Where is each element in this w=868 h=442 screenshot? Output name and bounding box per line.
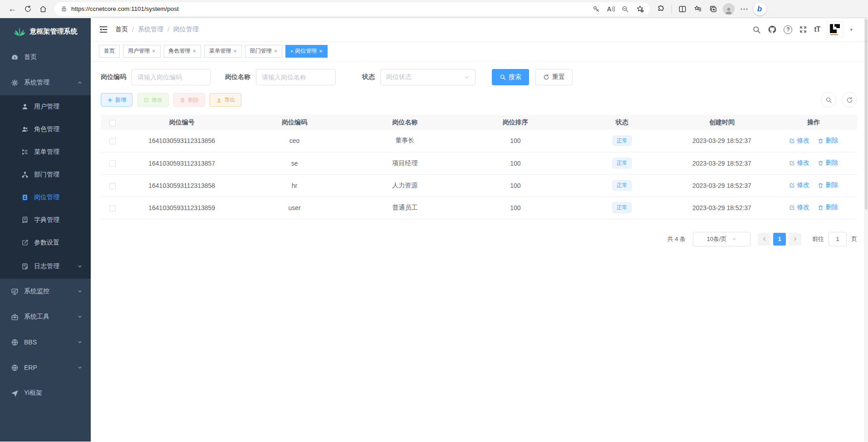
edit-button[interactable]: 修改 [137,93,169,107]
collections-icon[interactable] [690,2,706,16]
sidebar-item-dict-management[interactable]: 字典管理 [0,209,91,231]
sidebar-item-yi-framework[interactable]: Yi框架 [0,380,91,406]
browser-profile-avatar[interactable] [721,2,736,16]
post-code-input[interactable] [132,69,211,85]
column-post-id: 岗位编号 [124,115,239,130]
home-icon[interactable] [35,2,51,16]
sidebar-label: 岗位管理 [34,193,59,201]
status-select[interactable]: 岗位状态 [380,69,476,85]
tab-actions-icon[interactable] [706,2,721,16]
extensions-icon[interactable] [653,2,669,16]
zoom-out-icon[interactable] [618,3,633,15]
select-all-checkbox[interactable] [109,120,116,126]
breadcrumb-home[interactable]: 首页 [115,25,128,34]
row-checkbox[interactable] [109,138,116,144]
edit-link-label: 修改 [797,137,809,145]
app-logo: 意框架管理系统 [0,18,91,44]
row-edit-link[interactable]: 修改 [789,137,809,145]
edit-button-label: 修改 [152,96,162,104]
tab-label: 首页 [104,47,115,55]
sidebar-item-system-management[interactable]: 系统管理 [0,70,91,95]
url-text[interactable]: https://ccnetcore.com:1101/system/post [71,5,589,12]
tab-post-management[interactable]: ● 岗位管理 × [285,45,327,58]
sidebar-item-menu-management[interactable]: 菜单管理 [0,141,91,163]
goto-page-input[interactable] [829,232,847,246]
row-edit-link[interactable]: 修改 [789,203,809,211]
row-delete-link[interactable]: 删除 [818,159,838,167]
cell-created-time: 2023-03-29 18:52:37 [673,196,770,219]
tab-label: 岗位管理 [295,47,317,55]
prev-page-button[interactable] [758,233,770,246]
search-button[interactable]: 搜索 [492,69,529,85]
app-title: 意框架管理系统 [30,27,78,36]
toggle-search-button[interactable] [821,92,836,108]
reset-button-label: 重置 [552,73,565,81]
reset-button[interactable]: 重置 [535,69,573,85]
sidebar-item-role-management[interactable]: 角色管理 [0,118,91,141]
row-delete-link[interactable]: 删除 [818,181,838,189]
fullscreen-icon[interactable] [799,25,807,34]
address-bar[interactable]: https://ccnetcore.com:1101/system/post A [54,2,650,16]
row-edit-link[interactable]: 修改 [789,181,809,189]
github-icon[interactable] [768,25,777,34]
row-edit-link[interactable]: 修改 [789,159,809,167]
sidebar-item-post-management[interactable]: 岗位管理 [0,186,91,209]
column-post-name: 岗位名称 [350,115,460,130]
tab-menu-management[interactable]: 菜单管理 × [204,45,242,58]
row-checkbox[interactable] [109,183,116,189]
sidebar-item-system-tools[interactable]: 系统工具 [0,304,91,329]
tab-close-icon[interactable]: × [193,48,196,54]
tab-home[interactable]: 首页 [99,45,120,58]
favorites-add-icon[interactable] [633,3,647,15]
tab-dept-management[interactable]: 部门管理 × [245,45,283,58]
cell-post-code: user [239,196,349,219]
sidebar-item-erp[interactable]: ERP [0,355,91,380]
read-aloud-icon[interactable]: A [603,3,618,15]
sidebar-label: BBS [24,339,37,346]
bing-chat-icon[interactable]: b [752,2,767,16]
next-page-button[interactable] [789,233,801,246]
search-icon[interactable] [752,25,761,34]
main-area: 首页 / 系统管理 / 岗位管理 ? tT [91,18,868,442]
row-delete-link[interactable]: 删除 [818,137,838,145]
page-number-button[interactable]: 1 [773,233,786,246]
sidebar-item-system-monitor[interactable]: 系统监控 [0,279,91,304]
avatar-caret-icon[interactable]: ▾ [850,27,853,33]
post-name-input[interactable] [256,69,336,85]
sidebar-item-home[interactable]: 首页 [0,44,91,70]
sidebar-item-param-settings[interactable]: 参数设置 [0,231,91,254]
sidebar-item-bbs[interactable]: BBS [0,329,91,355]
add-button[interactable]: 新增 [101,93,132,107]
tab-close-icon[interactable]: × [233,48,237,54]
refresh-icon[interactable] [20,2,35,16]
row-delete-link[interactable]: 删除 [818,203,838,211]
back-icon[interactable]: ← [5,2,20,16]
sidebar-item-log-management[interactable]: 日志管理 [0,254,91,279]
sidebar-item-user-management[interactable]: 用户管理 [0,95,91,118]
tab-close-icon[interactable]: × [319,48,323,54]
split-screen-icon[interactable] [675,2,690,16]
font-size-icon[interactable]: tT [814,25,820,34]
user-avatar[interactable] [827,21,843,38]
edit-icon [789,205,795,211]
bing-logo: b [753,2,766,15]
refresh-table-button[interactable] [842,92,857,108]
export-button[interactable]: 导出 [210,93,241,107]
delete-button[interactable]: 删除 [173,93,205,107]
row-checkbox[interactable] [109,161,116,167]
tab-close-icon[interactable]: × [152,48,156,54]
tab-user-management[interactable]: 用户管理 × [123,45,161,58]
browser-menu-icon[interactable]: ⋯ [736,2,752,16]
sidebar-item-dept-management[interactable]: 部门管理 [0,163,91,186]
scrollbar-thumb[interactable] [865,19,868,210]
page-scrollbar[interactable] [864,18,868,442]
navbar-actions: ? tT ▾ [752,21,859,38]
tab-role-management[interactable]: 角色管理 × [164,45,201,58]
sidebar-collapse-icon[interactable] [99,25,108,34]
delete-button-label: 删除 [188,96,199,104]
password-key-icon[interactable] [589,3,603,15]
help-icon[interactable]: ? [784,25,792,34]
row-checkbox[interactable] [109,205,116,211]
page-size-select[interactable]: 10条/页 [693,232,750,246]
tab-close-icon[interactable]: × [274,48,278,54]
